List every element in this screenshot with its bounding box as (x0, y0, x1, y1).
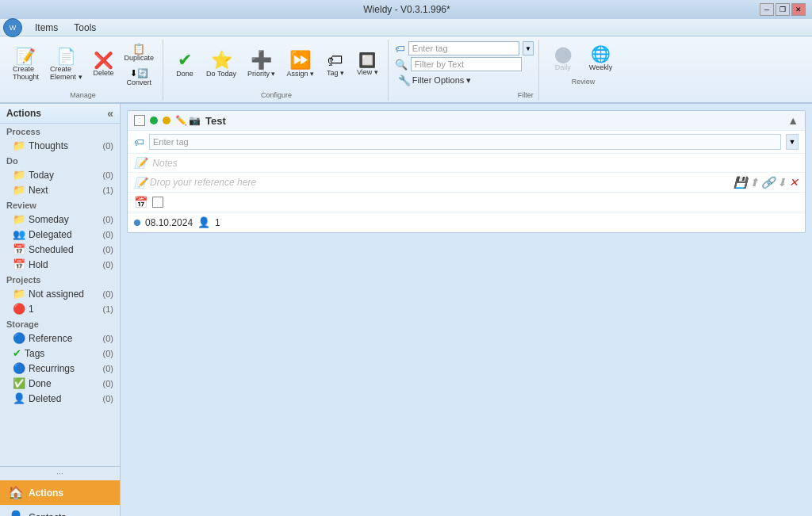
delete-icon: ❌ (94, 52, 113, 68)
tag-dropdown-button[interactable]: ▼ (523, 41, 534, 55)
restore-button[interactable]: ❐ (776, 3, 790, 16)
not-assigned-label: Not assigned (29, 289, 100, 300)
ref-action-4[interactable]: ⬇ (777, 176, 787, 189)
sidebar-item-proj1[interactable]: 🔴 1 (1) (0, 301, 120, 316)
done-storage-count: (0) (103, 379, 113, 388)
do-today-label: Do Today (206, 70, 236, 78)
sidebar-item-recurrings[interactable]: 🔵 Recurrings (0) (0, 361, 120, 376)
menu-items[interactable]: Items (27, 21, 66, 35)
reference-count: (0) (103, 334, 113, 343)
action-checkbox[interactable] (134, 115, 145, 126)
create-thought-label: CreateThought (13, 65, 39, 81)
review-buttons: ⬤ Daily 🌐 Weekly (547, 41, 619, 75)
date-checkbox[interactable] (152, 197, 163, 208)
create-element-button[interactable]: 📄 CreateElement ▾ (45, 45, 87, 84)
configure-label: Configure (261, 91, 292, 99)
priority-icon: ➕ (251, 52, 272, 69)
done-button[interactable]: ✔ Done (170, 48, 200, 81)
tag-input-field[interactable]: Enter tag (149, 134, 781, 150)
assign-button[interactable]: ⏩ Assign ▾ (282, 48, 319, 81)
do-today-icon: ⭐ (211, 52, 232, 69)
sidebar-item-delegated[interactable]: 👥 Delegated (0) (0, 227, 120, 242)
tag-label: Tag ▾ (327, 69, 344, 77)
sidebar-item-hold[interactable]: 📅 Hold (0) (0, 257, 120, 272)
notes-row: 📝 Notes (128, 154, 805, 173)
entry-row: 08.10.2024 👤 1 (128, 212, 805, 232)
delegated-count: (0) (103, 230, 113, 239)
assign-icon: ⏩ (289, 52, 311, 69)
sidebar-item-next[interactable]: 📁 Next (1) (0, 182, 120, 197)
convert-button[interactable]: ⬇🔄 Convert (121, 66, 159, 89)
tag-input-dropdown[interactable]: ▼ (786, 134, 799, 150)
recurrings-icon: 🔵 (13, 362, 25, 374)
window-controls: ─ ❐ ✕ (760, 3, 806, 16)
duplicate-button[interactable]: 📋 Duplicate (121, 41, 159, 64)
collapse-button[interactable]: « (107, 107, 113, 120)
menu-tools[interactable]: Tools (66, 21, 104, 35)
not-assigned-count: (0) (103, 289, 113, 299)
reference-row: 📝 Drop your reference here 💾 ⬆ 🔗 ⬇ ✕ (128, 173, 805, 193)
action-card: ✏️ 📷 Test ▲ 🏷 Enter tag ▼ 📝 Notes (127, 110, 806, 233)
sidebar-item-deleted[interactable]: 👤 Deleted (0) (0, 391, 120, 406)
delete-button[interactable]: ❌ Delete (89, 49, 119, 80)
section-do: Do (0, 153, 120, 167)
done-storage-label: Done (29, 378, 100, 389)
done-storage-icon: ✅ (13, 377, 25, 389)
enter-tag-input[interactable]: Enter tag (408, 41, 519, 55)
sidebar-item-someday[interactable]: 📁 Someday (0) (0, 212, 120, 227)
thoughts-count: (0) (103, 141, 113, 151)
review-label: Review (572, 78, 596, 86)
create-element-icon: 📄 (56, 48, 76, 64)
notes-placeholder[interactable]: Notes (152, 158, 177, 169)
reference-icon: 🔵 (13, 332, 25, 344)
sidebar-item-today[interactable]: 📁 Today (0) (0, 167, 120, 182)
sidebar-item-tags[interactable]: ✔ Tags (0) (0, 346, 120, 361)
manage-buttons: 📝 CreateThought 📄 CreateElement ▾ ❌ Dele… (8, 40, 158, 90)
ref-action-3[interactable]: 🔗 (761, 176, 775, 189)
tag-button[interactable]: 🏷 Tag ▾ (320, 49, 350, 80)
sidebar-item-scheduled[interactable]: 📅 Scheduled (0) (0, 242, 120, 257)
proj1-label: 1 (29, 304, 100, 315)
daily-icon: ⬤ (554, 44, 572, 63)
entry-count: 1 (215, 217, 220, 228)
sidebar-item-done[interactable]: ✅ Done (0) (0, 376, 120, 391)
do-today-button[interactable]: ⭐ Do Today (201, 48, 241, 81)
hold-count: (0) (103, 260, 113, 269)
manage-label: Manage (70, 91, 96, 99)
recurrings-label: Recurrings (29, 363, 100, 374)
create-thought-button[interactable]: 📝 CreateThought (8, 45, 44, 84)
toolbar-review-group: ⬤ Daily 🌐 Weekly Review (541, 40, 626, 101)
scheduled-count: (0) (103, 245, 113, 254)
filter-label: Filter (518, 91, 534, 99)
weekly-label: Weekly (589, 63, 612, 71)
collapse-action-icon[interactable]: ▲ (787, 114, 799, 127)
section-storage: Storage (0, 316, 120, 331)
minimize-button[interactable]: ─ (760, 3, 774, 16)
daily-button[interactable]: ⬤ Daily (547, 41, 579, 75)
filter-by-text-input[interactable]: Filter by Text (411, 57, 522, 71)
content-area: ✏️ 📷 Test ▲ 🏷 Enter tag ▼ 📝 Notes (121, 104, 812, 516)
weekly-button[interactable]: 🌐 Weekly (582, 41, 619, 75)
filter-options-button[interactable]: 🔧 Filter Options ▾ (395, 73, 534, 88)
reference-label: Reference (29, 333, 100, 344)
priority-button[interactable]: ➕ Priority ▾ (243, 48, 281, 81)
sidebar-item-thoughts[interactable]: 📁 Thoughts (0) (0, 138, 120, 153)
section-process: Process (0, 124, 120, 138)
contacts-nav-label: Contacts (29, 512, 66, 517)
someday-label: Someday (29, 214, 100, 225)
nav-actions[interactable]: 🏠 Actions (0, 480, 120, 505)
sidebar-item-reference[interactable]: 🔵 Reference (0) (0, 331, 120, 346)
actions-nav-label: Actions (29, 487, 63, 499)
nav-contacts[interactable]: 👤 Contacts (0, 505, 120, 516)
view-button[interactable]: 🔲 View ▾ (352, 50, 383, 79)
sidebar-item-not-assigned[interactable]: 📁 Not assigned (0) (0, 286, 120, 301)
daily-label: Daily (555, 63, 571, 71)
toolbar-manage-group: 📝 CreateThought 📄 CreateElement ▾ ❌ Dele… (3, 40, 163, 101)
ref-action-delete[interactable]: ✕ (789, 176, 799, 189)
create-thought-icon: 📝 (16, 48, 36, 64)
actions-nav-icon: 🏠 (8, 485, 24, 500)
ref-action-1[interactable]: 💾 (733, 176, 747, 189)
reference-placeholder[interactable]: Drop your reference here (150, 177, 256, 188)
close-button[interactable]: ✕ (791, 3, 806, 16)
ref-action-2[interactable]: ⬆ (749, 176, 759, 189)
